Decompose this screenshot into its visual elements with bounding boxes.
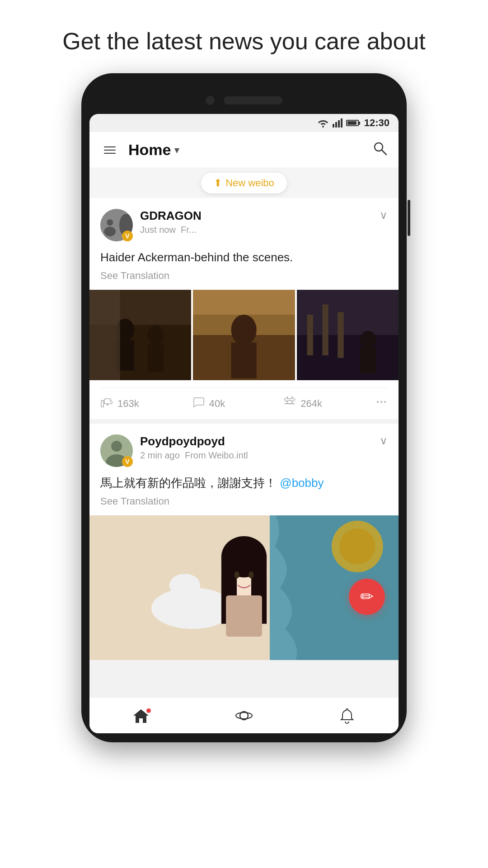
svg-rect-27 bbox=[360, 349, 376, 374]
post-mention-2[interactable]: @bobby bbox=[280, 476, 324, 490]
svg-point-29 bbox=[377, 401, 379, 403]
hamburger-menu-icon[interactable] bbox=[100, 143, 119, 157]
phone-screen: 12:30 Home ▾ ⬆ New weibo bbox=[89, 114, 399, 733]
post-time-2: 2 min ago bbox=[140, 450, 180, 460]
post-text-2: 馬上就有新的作品啦，謝謝支持！ @bobby bbox=[100, 474, 388, 492]
status-icons: 12:30 bbox=[317, 117, 389, 129]
svg-rect-19 bbox=[231, 343, 257, 378]
post-meta-1: GDRAGON Just now Fr... bbox=[140, 209, 380, 235]
svg-point-51 bbox=[236, 712, 252, 719]
post-source-1: Fr... bbox=[178, 225, 197, 235]
svg-point-13 bbox=[147, 325, 164, 345]
verified-badge-2: V bbox=[122, 456, 133, 467]
svg-point-42 bbox=[169, 574, 200, 597]
avatar-container-1: V bbox=[100, 209, 133, 241]
post-info-2: 2 min ago From Weibo.intl bbox=[140, 450, 380, 461]
repost-count-1: 264k bbox=[300, 398, 322, 410]
nav-title-text: Home bbox=[128, 141, 171, 159]
svg-point-47 bbox=[234, 571, 239, 579]
grid-image-2[interactable] bbox=[193, 290, 295, 380]
bottom-nav-notifications[interactable] bbox=[296, 707, 399, 724]
svg-rect-0 bbox=[333, 124, 334, 127]
grid-image-1[interactable] bbox=[89, 290, 191, 380]
wifi-icon bbox=[317, 118, 329, 127]
svg-point-26 bbox=[360, 331, 376, 349]
phone-top bbox=[89, 87, 399, 114]
post-dropdown-2[interactable]: ∨ bbox=[380, 434, 388, 447]
svg-rect-25 bbox=[338, 312, 344, 358]
like-count-1: 163k bbox=[117, 398, 139, 410]
svg-point-48 bbox=[249, 571, 253, 579]
grid-image-3[interactable] bbox=[297, 290, 399, 380]
dropdown-arrow-icon: ▾ bbox=[174, 145, 179, 156]
svg-rect-20 bbox=[193, 290, 295, 315]
new-weibo-label: New weibo bbox=[225, 177, 274, 189]
comment-icon-1 bbox=[192, 396, 205, 411]
avatar-container-2: V bbox=[100, 434, 133, 467]
nav-bar: Home ▾ bbox=[89, 132, 399, 168]
post-header-2: V Poydpoydpoyd 2 min ago From Weibo.intl… bbox=[100, 434, 388, 467]
svg-point-7 bbox=[107, 219, 113, 226]
post-time-1: Just now bbox=[140, 225, 176, 235]
like-icon-1 bbox=[100, 396, 113, 411]
post-username-2: Poydpoydpoyd bbox=[140, 434, 380, 448]
svg-rect-15 bbox=[89, 290, 120, 380]
post-header-1: V GDRAGON Just now Fr... ∨ bbox=[100, 209, 388, 241]
see-translation-2[interactable]: See Translation bbox=[100, 495, 388, 507]
image-grid-1 bbox=[89, 290, 399, 380]
svg-point-30 bbox=[380, 401, 382, 403]
feed: V GDRAGON Just now Fr... ∨ Haider Ackerm… bbox=[89, 198, 399, 697]
repost-action-1[interactable]: 264k bbox=[283, 396, 375, 411]
svg-rect-2 bbox=[338, 120, 340, 127]
post-meta-2: Poydpoydpoyd 2 min ago From Weibo.intl bbox=[140, 434, 380, 461]
volume-button bbox=[408, 200, 410, 236]
repost-icon-1 bbox=[283, 396, 296, 411]
page-headline: Get the latest news you care about bbox=[35, 0, 453, 73]
post-source-2: From Weibo.intl bbox=[182, 450, 248, 460]
see-translation-1[interactable]: See Translation bbox=[100, 270, 388, 282]
explore-icon bbox=[235, 707, 253, 724]
svg-rect-3 bbox=[341, 118, 343, 127]
svg-line-5 bbox=[382, 150, 386, 155]
new-weibo-toast[interactable]: ⬆ New weibo bbox=[89, 168, 399, 198]
post-info-1: Just now Fr... bbox=[140, 225, 380, 235]
svg-rect-14 bbox=[147, 344, 164, 373]
compose-icon: ✏ bbox=[360, 587, 374, 606]
svg-rect-49 bbox=[226, 595, 262, 637]
phone-speaker bbox=[224, 96, 282, 104]
post-card-2: V Poydpoydpoyd 2 min ago From Weibo.intl… bbox=[89, 424, 399, 660]
like-action-1[interactable]: 163k bbox=[100, 396, 192, 411]
post-dropdown-1[interactable]: ∨ bbox=[380, 209, 388, 222]
svg-rect-41 bbox=[203, 593, 213, 619]
svg-rect-24 bbox=[322, 305, 328, 356]
svg-rect-28 bbox=[285, 403, 295, 404]
new-weibo-icon: ⬆ bbox=[214, 177, 222, 189]
bottom-nav-home[interactable] bbox=[89, 708, 192, 724]
notifications-icon bbox=[339, 707, 355, 724]
phone-frame: 12:30 Home ▾ ⬆ New weibo bbox=[81, 73, 407, 742]
bottom-nav bbox=[89, 697, 399, 733]
post-username-1: GDRAGON bbox=[140, 209, 380, 223]
svg-rect-1 bbox=[335, 122, 337, 127]
nav-title[interactable]: Home ▾ bbox=[128, 141, 179, 159]
status-bar: 12:30 bbox=[89, 114, 399, 132]
fab-compose-button[interactable]: ✏ bbox=[349, 579, 385, 615]
verified-badge-1: V bbox=[122, 231, 133, 241]
new-weibo-bubble[interactable]: ⬆ New weibo bbox=[201, 173, 287, 193]
bottom-nav-explore[interactable] bbox=[192, 707, 296, 724]
svg-rect-23 bbox=[307, 315, 313, 355]
search-icon[interactable] bbox=[372, 141, 388, 160]
svg-point-18 bbox=[231, 315, 257, 345]
comment-action-1[interactable]: 40k bbox=[192, 396, 284, 411]
share-more-icon-1[interactable] bbox=[375, 396, 388, 411]
signal-icon bbox=[333, 118, 343, 127]
svg-point-31 bbox=[384, 401, 386, 403]
status-time: 12:30 bbox=[364, 117, 389, 129]
post-actions-1: 163k 40k bbox=[100, 387, 388, 419]
battery-icon bbox=[346, 120, 359, 126]
svg-point-38 bbox=[339, 528, 375, 565]
phone-camera bbox=[206, 96, 215, 105]
post-text-1: Haider Ackerman-behind the scenes. bbox=[100, 249, 388, 266]
post-card-1: V GDRAGON Just now Fr... ∨ Haider Ackerm… bbox=[89, 198, 399, 419]
home-notification-dot bbox=[146, 708, 151, 713]
